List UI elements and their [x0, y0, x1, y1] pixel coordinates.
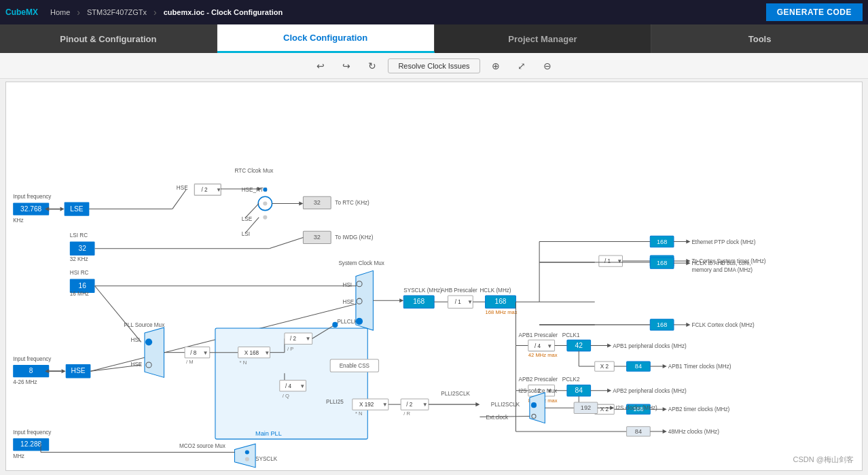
- svg-text:PCLK1: PCLK1: [562, 332, 580, 338]
- tab-bar: Pinout & Configuration Clock Configurati…: [0, 24, 868, 53]
- svg-text:168: 168: [657, 239, 667, 245]
- svg-text:HSE: HSE: [343, 299, 355, 305]
- svg-text:168: 168: [495, 298, 507, 305]
- svg-text:192: 192: [581, 404, 591, 411]
- breadcrumb-file[interactable]: cubemx.ioc - Clock Configuration: [157, 5, 289, 19]
- generate-code-button[interactable]: GENERATE CODE: [766, 3, 863, 21]
- tab-project[interactable]: Project Manager: [435, 24, 652, 53]
- tab-pinout[interactable]: Pinout & Configuration: [0, 24, 217, 53]
- toolbar: ↩ ↪ ↻ Resolve Clock Issues ⊕ ⤢ ⊖: [0, 53, 868, 79]
- svg-text:HSE: HSE: [71, 367, 86, 374]
- svg-point-46: [263, 188, 267, 192]
- refresh-button[interactable]: ↻: [362, 57, 382, 75]
- svg-text:8: 8: [29, 367, 33, 374]
- breadcrumb-mcu[interactable]: STM32F407ZGTx: [80, 5, 153, 19]
- svg-text:X 192: X 192: [359, 402, 374, 408]
- svg-text:16: 16: [78, 282, 86, 289]
- svg-point-182: [145, 338, 152, 345]
- resolve-clock-issues-button[interactable]: Resolve Clock Issues: [388, 58, 480, 73]
- zoom-in-button[interactable]: ⊕: [486, 57, 506, 75]
- svg-text:APB2 Prescaler: APB2 Prescaler: [519, 376, 558, 383]
- svg-text:* N: * N: [355, 410, 363, 417]
- svg-text:168: 168: [413, 298, 424, 305]
- svg-text:84: 84: [635, 428, 642, 435]
- svg-text:32: 32: [314, 234, 321, 241]
- svg-text:PLLI25: PLLI25: [326, 399, 344, 405]
- svg-text:HSE: HSE: [177, 185, 188, 191]
- svg-text:HSI: HSI: [343, 282, 352, 288]
- svg-text:▼: ▼: [422, 402, 428, 408]
- tab-tools[interactable]: Tools: [651, 24, 868, 53]
- svg-text:/ 2: / 2: [406, 402, 413, 408]
- svg-text:Main PLL: Main PLL: [255, 430, 282, 437]
- svg-point-47: [263, 201, 267, 205]
- svg-text:/ R: / R: [403, 410, 410, 417]
- brand-label: CubeMX: [5, 7, 38, 17]
- svg-text:/ 8: / 8: [190, 350, 197, 356]
- svg-text:SYSCLK (MHz): SYSCLK (MHz): [403, 287, 442, 294]
- redo-button[interactable]: ↪: [336, 57, 357, 75]
- svg-text:12.288: 12.288: [20, 440, 41, 448]
- tab-clock[interactable]: Clock Configuration: [217, 24, 435, 53]
- svg-text:MCO2 source Mux: MCO2 source Mux: [179, 443, 225, 449]
- svg-text:APB1 peripheral clocks (MHz): APB1 peripheral clocks (MHz): [613, 343, 687, 349]
- svg-text:SYSCLK: SYSCLK: [255, 456, 278, 462]
- svg-text:32 KHz: 32 KHz: [70, 256, 88, 262]
- svg-text:/ 2: / 2: [290, 336, 297, 342]
- svg-text:Ethernet PTP clock (MHz): Ethernet PTP clock (MHz): [691, 239, 755, 245]
- svg-text:▼: ▼: [382, 402, 388, 408]
- svg-text:/ 2: / 2: [202, 187, 209, 193]
- svg-text:I2S source Mux: I2S source Mux: [519, 388, 558, 394]
- svg-text:32: 32: [78, 245, 86, 252]
- svg-text:X 2: X 2: [600, 364, 609, 370]
- expand-button[interactable]: ⤢: [511, 57, 532, 75]
- svg-text:PCLK2: PCLK2: [562, 376, 580, 383]
- svg-text:PLLCLK: PLLCLK: [337, 319, 358, 325]
- svg-text:/ 1: / 1: [455, 299, 462, 305]
- svg-text:HCLK (MHz): HCLK (MHz): [480, 287, 511, 294]
- svg-text:LSE: LSE: [242, 216, 253, 222]
- svg-text:4-26 MHz: 4-26 MHz: [13, 379, 37, 385]
- svg-text:RTC Clcok Mux: RTC Clcok Mux: [234, 168, 273, 174]
- svg-text:168: 168: [657, 260, 667, 266]
- svg-point-48: [263, 215, 267, 219]
- zoom-out-button[interactable]: ⊖: [537, 57, 558, 75]
- svg-text:▼: ▼: [300, 383, 305, 389]
- svg-text:To IWDG (KHz): To IWDG (KHz): [335, 234, 373, 241]
- svg-point-210: [332, 322, 338, 328]
- svg-text:HCLK to AHB bus, core,: HCLK to AHB bus, core,: [691, 260, 751, 266]
- svg-point-243: [245, 457, 249, 461]
- svg-text:/ M: / M: [186, 359, 194, 365]
- svg-text:PLLI2SCLK: PLLI2SCLK: [441, 391, 470, 397]
- svg-point-229: [531, 402, 537, 408]
- svg-text:84: 84: [575, 387, 583, 394]
- svg-text:I2S clocks (MHz): I2S clocks (MHz): [615, 405, 657, 411]
- svg-text:AHB Prescaler: AHB Prescaler: [441, 287, 477, 294]
- svg-text:/ Q: / Q: [283, 393, 289, 399]
- svg-text:System Clock Mux: System Clock Mux: [338, 260, 384, 266]
- undo-button[interactable]: ↩: [310, 57, 331, 75]
- svg-text:X 2: X 2: [600, 406, 609, 412]
- svg-text:/ 4: / 4: [285, 383, 292, 389]
- svg-text:48MHz clocks (MHz): 48MHz clocks (MHz): [668, 429, 719, 435]
- svg-marker-228: [530, 393, 545, 423]
- svg-text:Input frequency: Input frequency: [13, 429, 52, 436]
- svg-text:84: 84: [635, 363, 642, 370]
- clock-svg: Input frequency 32.768 KHz LSE LSI RC 32…: [6, 82, 862, 470]
- svg-text:▼: ▼: [467, 299, 473, 305]
- svg-text:APB1 Prescaler: APB1 Prescaler: [519, 332, 558, 338]
- svg-text:APB2 timer clocks (MHz): APB2 timer clocks (MHz): [668, 406, 730, 412]
- svg-text:MHz: MHz: [13, 453, 24, 459]
- svg-text:Ext.clock: Ext.clock: [486, 415, 509, 421]
- svg-text:* N: * N: [240, 359, 247, 366]
- svg-text:Enable CSS: Enable CSS: [340, 363, 370, 369]
- svg-text:HSI RC: HSI RC: [70, 270, 89, 276]
- svg-point-71: [356, 318, 363, 325]
- svg-text:42: 42: [575, 342, 583, 349]
- svg-text:▼: ▼: [216, 187, 221, 193]
- svg-text:PLLI2SCLK: PLLI2SCLK: [491, 402, 520, 408]
- breadcrumb-home[interactable]: Home: [43, 5, 77, 19]
- clock-diagram-area: Input frequency 32.768 KHz LSE LSI RC 32…: [5, 82, 863, 471]
- svg-text:FCLK Cortex clock (MHz): FCLK Cortex clock (MHz): [691, 322, 755, 328]
- svg-text:/ P: / P: [287, 346, 293, 352]
